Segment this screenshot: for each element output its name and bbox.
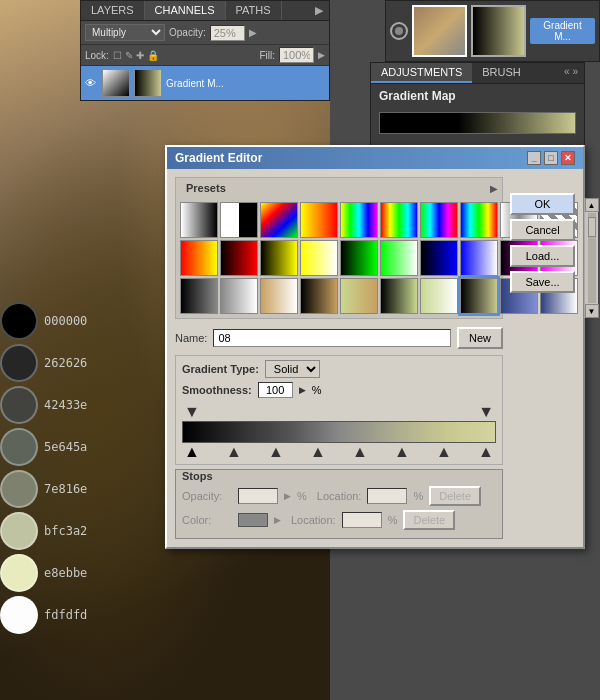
swatch-row[interactable]: fdfdfd — [0, 594, 135, 636]
stop-bottom-7[interactable]: ▲ — [436, 444, 452, 460]
stop-bottom-4[interactable]: ▲ — [310, 444, 326, 460]
opacity-arrow-icon[interactable]: ▶ — [284, 491, 291, 501]
gradient-editor-dialog: Gradient Editor _ □ ✕ Presets ▶ ▲ ▼ — [165, 145, 585, 549]
gradient-bar[interactable] — [182, 421, 496, 443]
load-button[interactable]: Load... — [510, 245, 575, 267]
lock-icons: ☐ ✎ ✚ 🔒 — [113, 50, 159, 61]
location-input-2[interactable] — [342, 512, 382, 528]
fill-arrow[interactable]: ▶ — [318, 50, 325, 60]
dialog-title: Gradient Editor — [175, 151, 262, 165]
swatch-color[interactable] — [0, 302, 38, 340]
swatch-row[interactable]: 5e645a — [0, 426, 135, 468]
swatch-row[interactable]: e8ebbe — [0, 552, 135, 594]
swatch-row[interactable]: 42433e — [0, 384, 135, 426]
location-input-1[interactable] — [367, 488, 407, 504]
tab-brush[interactable]: BRUSH — [472, 63, 531, 83]
preset-item[interactable] — [300, 278, 338, 314]
save-button[interactable]: Save... — [510, 271, 575, 293]
ok-button[interactable]: OK — [510, 193, 575, 215]
preset-item[interactable] — [220, 278, 258, 314]
preset-item[interactable] — [260, 202, 298, 238]
preset-item[interactable] — [420, 240, 458, 276]
stop-bottom-6[interactable]: ▲ — [394, 444, 410, 460]
preset-item[interactable] — [180, 240, 218, 276]
swatch-row[interactable]: bfc3a2 — [0, 510, 135, 552]
opacity-input[interactable] — [210, 25, 245, 41]
fill-input[interactable] — [279, 47, 314, 63]
preset-item[interactable] — [380, 202, 418, 238]
tab-adjustments[interactable]: ADJUSTMENTS — [371, 63, 472, 83]
stop-top-left[interactable]: ▼ — [184, 404, 200, 420]
smoothness-input[interactable] — [258, 382, 293, 398]
stops-label: Stops — [176, 468, 219, 484]
swatch-color[interactable] — [0, 344, 38, 382]
lock-transparency-icon[interactable]: ☐ — [113, 50, 122, 61]
swatch-color[interactable] — [0, 470, 38, 508]
grad-type-select[interactable]: Solid — [265, 360, 320, 378]
scroll-down-btn[interactable]: ▼ — [585, 304, 599, 318]
preset-item[interactable] — [300, 202, 338, 238]
opacity-arrow[interactable]: ▶ — [249, 27, 257, 38]
panel-tabs: LAYERS CHANNELS PATHS ▶ — [81, 1, 329, 21]
stop-top-right[interactable]: ▼ — [478, 404, 494, 420]
collapse-btn[interactable]: « » — [558, 63, 584, 83]
preset-item[interactable] — [220, 240, 258, 276]
cancel-button[interactable]: Cancel — [510, 219, 575, 241]
swatch-row[interactable]: 262626 — [0, 342, 135, 384]
panel-menu-icon[interactable]: ▶ — [309, 1, 329, 20]
maximize-btn[interactable]: □ — [544, 151, 558, 165]
scroll-up-btn[interactable]: ▲ — [585, 198, 599, 212]
swatch-color[interactable] — [0, 512, 38, 550]
layer-thumb-row[interactable]: 👁 Gradient M... — [81, 66, 329, 100]
preset-item[interactable] — [180, 202, 218, 238]
lock-image-icon[interactable]: ✎ — [125, 50, 133, 61]
scroll-thumb[interactable] — [588, 217, 596, 237]
stop-bottom-3[interactable]: ▲ — [268, 444, 284, 460]
stop-bottom-5[interactable]: ▲ — [352, 444, 368, 460]
stop-bottom-2[interactable]: ▲ — [226, 444, 242, 460]
new-button[interactable]: New — [457, 327, 503, 349]
preset-item[interactable] — [460, 278, 498, 314]
preset-item[interactable] — [460, 202, 498, 238]
swatch-color[interactable] — [0, 428, 38, 466]
blend-mode-select[interactable]: Multiply — [85, 24, 165, 41]
name-input[interactable] — [213, 329, 451, 347]
tab-paths[interactable]: PATHS — [226, 1, 282, 20]
stop-bottom-left[interactable]: ▲ — [184, 444, 200, 460]
opacity-stop-input[interactable] — [238, 488, 278, 504]
preset-item[interactable] — [420, 202, 458, 238]
preset-item[interactable] — [380, 278, 418, 314]
preset-item[interactable] — [260, 278, 298, 314]
gradient-preview-bar[interactable] — [379, 112, 576, 134]
preset-item[interactable] — [420, 278, 458, 314]
preset-item[interactable] — [260, 240, 298, 276]
preset-item[interactable] — [340, 240, 378, 276]
delete-btn-2[interactable]: Delete — [403, 510, 455, 530]
close-btn[interactable]: ✕ — [561, 151, 575, 165]
swatch-row[interactable]: 7e816e — [0, 468, 135, 510]
lock-all-icon[interactable]: 🔒 — [147, 50, 159, 61]
color-arrow-icon[interactable]: ▶ — [274, 515, 281, 525]
smoothness-arrow-icon[interactable]: ▶ — [299, 385, 306, 395]
preset-item[interactable] — [380, 240, 418, 276]
preset-item[interactable] — [340, 202, 378, 238]
preset-item[interactable] — [460, 240, 498, 276]
swatch-color[interactable] — [0, 596, 38, 634]
preset-item[interactable] — [300, 240, 338, 276]
swatch-row[interactable]: 000000 — [0, 300, 135, 342]
swatch-color[interactable] — [0, 554, 38, 592]
preset-item[interactable] — [340, 278, 378, 314]
lock-move-icon[interactable]: ✚ — [136, 50, 144, 61]
color-swatch[interactable] — [238, 513, 268, 527]
preset-item[interactable] — [220, 202, 258, 238]
preset-item[interactable] — [180, 278, 218, 314]
topright-eye-icon[interactable] — [390, 22, 408, 40]
presets-arrow-icon[interactable]: ▶ — [490, 183, 498, 194]
delete-btn-1[interactable]: Delete — [429, 486, 481, 506]
swatch-color[interactable] — [0, 386, 38, 424]
stop-bottom-right[interactable]: ▲ — [478, 444, 494, 460]
minimize-btn[interactable]: _ — [527, 151, 541, 165]
visibility-icon[interactable]: 👁 — [85, 77, 96, 89]
tab-channels[interactable]: CHANNELS — [145, 1, 226, 20]
tab-layers[interactable]: LAYERS — [81, 1, 145, 20]
